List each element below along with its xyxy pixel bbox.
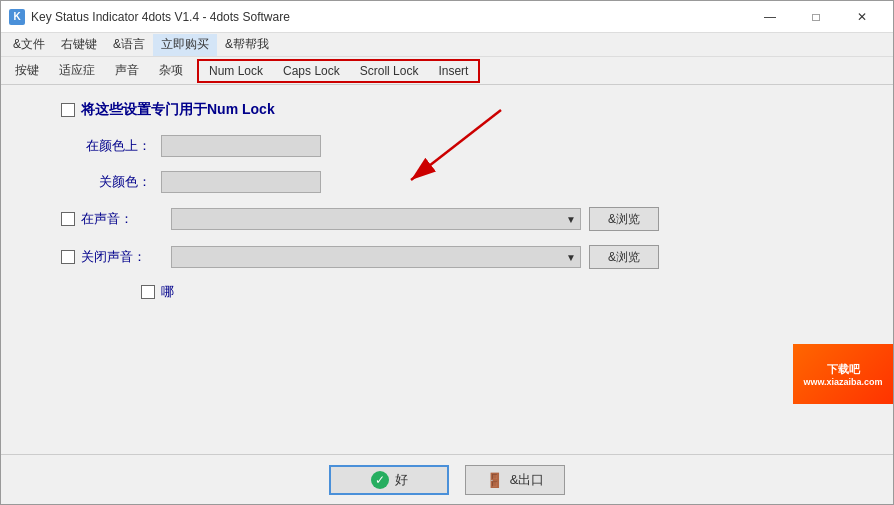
main-window: K Key Status Indicator 4dots V1.4 - 4dot… — [0, 0, 894, 505]
window-controls: — □ ✕ — [747, 1, 885, 33]
exit-label: &出口 — [510, 471, 545, 489]
restore-button[interactable]: □ — [793, 1, 839, 33]
off-sound-checkbox[interactable] — [61, 250, 75, 264]
tab-num-lock[interactable]: Num Lock — [199, 61, 273, 81]
snooze-row: 哪 — [141, 283, 873, 301]
exit-icon: 🚪 — [486, 471, 504, 489]
menu-file[interactable]: &文件 — [5, 34, 53, 56]
menu-buy[interactable]: 立即购买 — [153, 34, 217, 56]
watermark: 下载吧 www.xiazaiba.com — [793, 344, 893, 404]
ok-icon: ✓ — [371, 471, 389, 489]
toolbar: 按键 适应症 声音 杂项 Num Lock Caps Lock Scroll L… — [1, 57, 893, 85]
on-color-row: 在颜色上： — [61, 135, 873, 157]
toolbar-sound[interactable]: 声音 — [105, 59, 149, 83]
exit-button[interactable]: 🚪 &出口 — [465, 465, 565, 495]
off-sound-row: 关闭声音： ▼ &浏览 — [61, 245, 873, 269]
tab-caps-lock[interactable]: Caps Lock — [273, 61, 350, 81]
close-button[interactable]: ✕ — [839, 1, 885, 33]
num-lock-checkbox[interactable] — [61, 103, 75, 117]
on-sound-row: 在声音： ▼ &浏览 — [61, 207, 873, 231]
title-bar: K Key Status Indicator 4dots V1.4 - 4dot… — [1, 1, 893, 33]
off-sound-dropdown-icon[interactable]: ▼ — [566, 252, 576, 263]
on-color-input[interactable] — [161, 135, 321, 157]
num-lock-checkbox-row: 将这些设置专门用于Num Lock — [61, 101, 873, 119]
lock-tabs-container: Num Lock Caps Lock Scroll Lock Insert — [197, 59, 480, 83]
menu-help[interactable]: &帮帮我 — [217, 34, 277, 56]
ok-label: 好 — [395, 471, 408, 489]
off-sound-combo[interactable]: ▼ — [171, 246, 581, 268]
browse-sound-off-button[interactable]: &浏览 — [589, 245, 659, 269]
tab-scroll-lock[interactable]: Scroll Lock — [350, 61, 429, 81]
minimize-button[interactable]: — — [747, 1, 793, 33]
menu-bar: &文件 右键键 &语言 立即购买 &帮帮我 — [1, 33, 893, 57]
on-sound-label: 在声音： — [81, 210, 161, 228]
off-color-label: 关颜色： — [61, 173, 151, 191]
on-sound-dropdown-icon[interactable]: ▼ — [566, 214, 576, 225]
off-color-row: 关颜色： — [61, 171, 873, 193]
toolbar-misc[interactable]: 杂项 — [149, 59, 193, 83]
toolbar-adaptive[interactable]: 适应症 — [49, 59, 105, 83]
app-icon: K — [9, 9, 25, 25]
num-lock-label[interactable]: 将这些设置专门用于Num Lock — [61, 101, 275, 119]
tab-insert[interactable]: Insert — [428, 61, 478, 81]
on-sound-combo[interactable]: ▼ — [171, 208, 581, 230]
window-title: Key Status Indicator 4dots V1.4 - 4dots … — [31, 10, 747, 24]
on-color-label: 在颜色上： — [61, 137, 151, 155]
ok-button[interactable]: ✓ 好 — [329, 465, 449, 495]
bottom-bar: ✓ 好 🚪 &出口 — [1, 454, 893, 504]
watermark-line1: 下载吧 — [827, 362, 860, 377]
snooze-checkbox[interactable] — [141, 285, 155, 299]
main-content: 将这些设置专门用于Num Lock 在颜色上： 关颜色： 在声音： ▼ &浏览 — [1, 85, 893, 454]
snooze-label: 哪 — [161, 283, 174, 301]
toolbar-keys[interactable]: 按键 — [5, 59, 49, 83]
on-sound-checkbox[interactable] — [61, 212, 75, 226]
watermark-line2: www.xiazaiba.com — [803, 377, 882, 387]
num-lock-label-text: 将这些设置专门用于Num Lock — [81, 101, 275, 119]
off-color-input[interactable] — [161, 171, 321, 193]
menu-lang[interactable]: &语言 — [105, 34, 153, 56]
off-sound-label: 关闭声音： — [81, 248, 161, 266]
menu-right[interactable]: 右键键 — [53, 34, 105, 56]
browse-sound-on-button[interactable]: &浏览 — [589, 207, 659, 231]
